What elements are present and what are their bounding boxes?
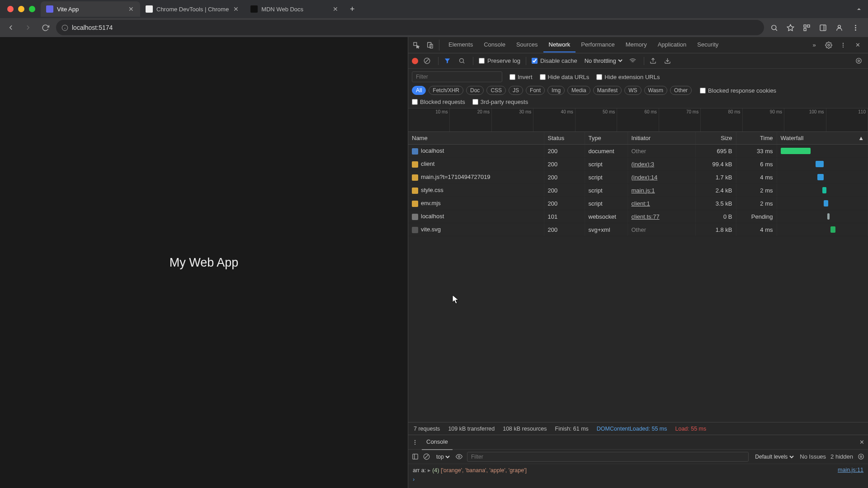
filter-chip[interactable]: All bbox=[412, 86, 426, 95]
devtools-tab-network[interactable]: Network bbox=[543, 38, 576, 52]
table-row[interactable]: main.js?t=1710494727019 200 script (inde… bbox=[408, 171, 868, 184]
initiator-link[interactable]: (index):14 bbox=[632, 174, 658, 181]
device-toggle-icon[interactable] bbox=[425, 40, 435, 51]
table-row[interactable]: env.mjs 200 script client:1 3.5 kB 2 ms bbox=[408, 197, 868, 210]
blocked-cookies-checkbox[interactable]: Blocked response cookies bbox=[700, 87, 776, 94]
throttling-select[interactable]: No throttling bbox=[583, 57, 624, 65]
column-header[interactable]: Initiator bbox=[627, 132, 695, 145]
disable-cache-checkbox[interactable]: Disable cache bbox=[532, 57, 577, 64]
hide-data-urls-checkbox[interactable]: Hide data URLs bbox=[540, 74, 590, 80]
devtools-menu-icon[interactable] bbox=[838, 40, 848, 50]
console-drawer-tab[interactable]: Console bbox=[422, 435, 453, 450]
table-row[interactable]: style.css 200 script main.js:1 2.4 kB 2 … bbox=[408, 184, 868, 197]
filter-toggle-icon[interactable] bbox=[444, 57, 453, 64]
tab-close-icon[interactable]: ✕ bbox=[232, 5, 240, 13]
filter-chip[interactable]: Fetch/XHR bbox=[429, 86, 463, 95]
address-bar[interactable]: localhost:5174 bbox=[56, 20, 764, 35]
column-header[interactable]: Status bbox=[544, 132, 585, 145]
column-header[interactable]: Waterfall ▲ bbox=[777, 132, 868, 145]
console-hidden[interactable]: 2 hidden bbox=[830, 453, 853, 460]
forward-button[interactable] bbox=[22, 21, 34, 34]
devtools-tab-security[interactable]: Security bbox=[692, 38, 724, 52]
window-close-icon[interactable] bbox=[7, 6, 14, 12]
initiator-link[interactable]: client:1 bbox=[632, 200, 650, 207]
column-header[interactable]: Name bbox=[408, 132, 544, 145]
settings-icon[interactable] bbox=[824, 40, 834, 50]
network-filter-input[interactable] bbox=[412, 71, 502, 82]
filter-chip[interactable]: Img bbox=[547, 86, 565, 95]
filter-chip[interactable]: Media bbox=[567, 86, 590, 95]
clear-button[interactable] bbox=[424, 57, 433, 64]
network-table[interactable]: NameStatusTypeInitiatorSizeTimeWaterfall… bbox=[408, 132, 868, 422]
expand-icon[interactable]: ▸ bbox=[428, 467, 431, 474]
console-prompt[interactable]: › bbox=[413, 474, 863, 483]
preserve-log-checkbox[interactable]: Preserve log bbox=[479, 57, 520, 64]
filter-chip[interactable]: Manifest bbox=[593, 86, 622, 95]
reload-button[interactable] bbox=[39, 21, 52, 34]
console-issues[interactable]: No Issues bbox=[800, 453, 826, 460]
invert-checkbox[interactable]: Invert bbox=[509, 74, 533, 80]
export-har-icon[interactable] bbox=[664, 57, 673, 64]
filter-chip[interactable]: Other bbox=[670, 86, 692, 95]
tab-close-icon[interactable]: ✕ bbox=[332, 5, 339, 13]
filter-chip[interactable]: Font bbox=[526, 86, 545, 95]
console-settings-icon[interactable] bbox=[858, 453, 864, 460]
network-settings-icon[interactable] bbox=[855, 57, 864, 64]
initiator-link[interactable]: main.js:1 bbox=[632, 187, 655, 194]
inspect-element-icon[interactable] bbox=[411, 40, 422, 51]
console-filter-input[interactable] bbox=[467, 452, 749, 462]
browser-tab[interactable]: Vite App✕ bbox=[41, 1, 140, 17]
table-row[interactable]: client 200 script (index):3 99.4 kB 6 ms bbox=[408, 158, 868, 171]
hide-ext-urls-checkbox[interactable]: Hide extension URLs bbox=[596, 74, 660, 80]
devtools-close-icon[interactable]: ✕ bbox=[853, 40, 863, 50]
console-context-select[interactable]: top bbox=[434, 453, 451, 460]
search-toggle-icon[interactable] bbox=[458, 57, 467, 64]
back-button[interactable] bbox=[5, 21, 17, 34]
devtools-tab-performance[interactable]: Performance bbox=[576, 38, 620, 52]
browser-tab[interactable]: Chrome DevTools | Chrome✕ bbox=[140, 1, 245, 17]
devtools-tab-application[interactable]: Application bbox=[652, 38, 692, 52]
extensions-icon[interactable] bbox=[801, 22, 812, 33]
column-header[interactable]: Size bbox=[695, 132, 736, 145]
console-log-line[interactable]: arr a: ▸ (4) ['orange', 'banana', 'apple… bbox=[413, 466, 863, 474]
filter-chip[interactable]: WS bbox=[624, 86, 641, 95]
profile-icon[interactable] bbox=[834, 22, 844, 33]
drawer-menu-icon[interactable] bbox=[412, 439, 418, 446]
record-button[interactable] bbox=[412, 58, 418, 64]
search-icon[interactable] bbox=[769, 22, 779, 33]
network-timeline[interactable]: 10 ms20 ms30 ms40 ms50 ms60 ms70 ms80 ms… bbox=[408, 108, 868, 132]
devtools-tab-memory[interactable]: Memory bbox=[620, 38, 652, 52]
table-row[interactable]: vite.svg 200 svg+xml Other 1.8 kB 4 ms bbox=[408, 223, 868, 236]
new-tab-button[interactable]: + bbox=[346, 3, 358, 15]
console-source-link[interactable]: main.js:11 bbox=[838, 467, 863, 474]
initiator-link[interactable]: (index):3 bbox=[632, 161, 655, 168]
console-levels-select[interactable]: Default levels bbox=[753, 453, 795, 460]
blocked-requests-checkbox[interactable]: Blocked requests bbox=[412, 99, 465, 105]
table-row[interactable]: localhost 101 websocket client.ts:77 0 B… bbox=[408, 210, 868, 223]
tab-close-icon[interactable]: ✕ bbox=[127, 5, 135, 13]
filter-chip[interactable]: Doc bbox=[466, 86, 484, 95]
import-har-icon[interactable] bbox=[650, 57, 659, 64]
column-header[interactable]: Type bbox=[585, 132, 627, 145]
filter-chip[interactable]: JS bbox=[509, 86, 523, 95]
side-panel-icon[interactable] bbox=[817, 22, 828, 33]
site-info-icon[interactable] bbox=[61, 24, 68, 31]
filter-chip[interactable]: CSS bbox=[486, 86, 506, 95]
menu-icon[interactable] bbox=[850, 22, 861, 33]
console-drawer-close-icon[interactable]: ✕ bbox=[859, 439, 864, 446]
third-party-checkbox[interactable]: 3rd-party requests bbox=[472, 99, 528, 105]
initiator-link[interactable]: client.ts:77 bbox=[632, 213, 660, 220]
network-conditions-icon[interactable] bbox=[629, 57, 638, 64]
column-header[interactable]: Time bbox=[736, 132, 777, 145]
console-sidebar-icon[interactable] bbox=[412, 453, 419, 460]
browser-tab[interactable]: MDN Web Docs✕ bbox=[245, 1, 344, 17]
devtools-tab-sources[interactable]: Sources bbox=[511, 38, 543, 52]
tabs-overflow-icon[interactable] bbox=[855, 5, 868, 13]
console-clear-icon[interactable] bbox=[423, 453, 430, 460]
devtools-tab-console[interactable]: Console bbox=[478, 38, 511, 52]
window-minimize-icon[interactable] bbox=[18, 6, 24, 12]
filter-chip[interactable]: Wasm bbox=[644, 86, 668, 95]
bookmark-icon[interactable] bbox=[785, 22, 796, 33]
devtools-tab-elements[interactable]: Elements bbox=[443, 38, 478, 52]
table-row[interactable]: localhost 200 document Other 695 B 33 ms bbox=[408, 145, 868, 158]
